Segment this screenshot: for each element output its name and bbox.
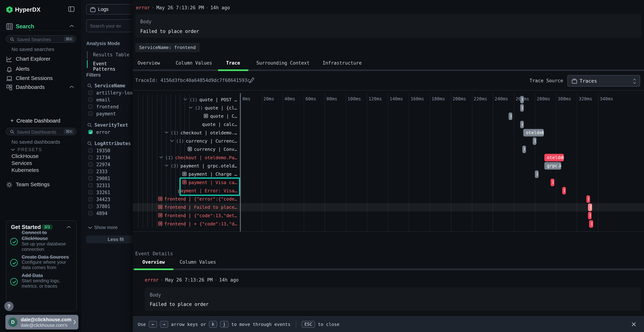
checkbox-icon[interactable] bbox=[88, 112, 93, 116]
checkbox-icon[interactable] bbox=[88, 148, 93, 152]
saved-dashboards-input[interactable]: Saved Dashboards ⌘K bbox=[6, 128, 76, 135]
span-bar[interactable] bbox=[589, 220, 593, 228]
service-name-chip[interactable]: ServiceName: frontend bbox=[135, 43, 200, 52]
filter-option-2333[interactable]: 2333 bbox=[88, 169, 132, 175]
create-dashboard-button[interactable]: + Create Dashboard bbox=[0, 117, 82, 124]
span-bar[interactable]: grpc.o bbox=[544, 162, 561, 170]
tree-row[interactable]: (1)currency | Currenc… bbox=[170, 137, 237, 145]
span-bar[interactable] bbox=[533, 138, 536, 145]
show-more-button[interactable]: Show more bbox=[88, 225, 130, 231]
close-icon[interactable] bbox=[631, 321, 637, 327]
filter-option-artillery-loa[interactable]: artillery-loa bbox=[88, 90, 132, 96]
span-bar[interactable] bbox=[550, 179, 554, 186]
presets-toggle[interactable]: PRESETS bbox=[10, 147, 78, 153]
tree-chart-divider[interactable] bbox=[240, 93, 241, 232]
event-search-input[interactable]: Search your ev bbox=[86, 19, 140, 32]
edit-pencil-icon[interactable] bbox=[249, 76, 255, 84]
chevron-down-icon[interactable] bbox=[183, 98, 188, 102]
span-bar[interactable] bbox=[520, 121, 524, 128]
sidebar-item-services[interactable]: Services bbox=[12, 160, 65, 167]
tree-row[interactable]: (1)checkout | oteldemo.… bbox=[164, 128, 237, 137]
filter-option-32311[interactable]: 32311 bbox=[88, 183, 132, 189]
tab-infrastructure[interactable]: Infrastructure bbox=[322, 60, 362, 66]
filter-option-4894[interactable]: 4894 bbox=[88, 211, 132, 217]
chevron-down-icon[interactable] bbox=[170, 139, 174, 143]
trace-source-select[interactable]: Traces bbox=[568, 75, 640, 86]
checkbox-icon[interactable] bbox=[88, 190, 93, 194]
span-bar[interactable] bbox=[520, 96, 524, 104]
tree-row[interactable]: frontend | {"error":{"code… bbox=[158, 195, 237, 203]
chevron-up-icon[interactable] bbox=[66, 226, 72, 228]
tree-row[interactable]: (3)payment | grpc.oteld… bbox=[164, 162, 237, 170]
filter-option-error[interactable]: error bbox=[88, 130, 132, 136]
span-bar[interactable] bbox=[522, 146, 526, 153]
span-bar[interactable] bbox=[562, 187, 566, 194]
filter-option-21734[interactable]: 21734 bbox=[88, 155, 132, 161]
checkbox-checked-icon[interactable] bbox=[88, 130, 93, 134]
checkbox-icon[interactable] bbox=[88, 155, 93, 160]
tree-row[interactable]: payment | Charge … bbox=[182, 170, 237, 178]
checkbox-icon[interactable] bbox=[88, 90, 93, 95]
checkbox-icon[interactable] bbox=[88, 98, 93, 102]
span-bar[interactable] bbox=[588, 204, 592, 211]
tree-row[interactable]: quote | calc… bbox=[202, 120, 237, 128]
sidebar-item-chart-explorer[interactable]: Chart Explorer bbox=[0, 55, 82, 63]
span-bar[interactable] bbox=[535, 170, 539, 178]
span-bar[interactable]: oteldem bbox=[523, 129, 544, 136]
sidebar-item-team-settings[interactable]: Team Settings bbox=[0, 180, 82, 189]
tab-surrounding-context[interactable]: Surrounding Context bbox=[256, 60, 310, 66]
sidebar-item-alerts[interactable]: Alerts bbox=[0, 65, 82, 73]
tree-row[interactable]: (1)quote | POST … bbox=[183, 96, 237, 104]
filter-option-34423[interactable]: 34423 bbox=[88, 197, 132, 203]
tab-column-values[interactable]: Column Values bbox=[180, 260, 216, 265]
filter-option-37801[interactable]: 37801 bbox=[88, 204, 132, 210]
sidebar-item-kubernetes[interactable]: Kubernetes bbox=[12, 167, 65, 174]
filter-option-email[interactable]: email bbox=[88, 97, 132, 104]
sidebar-item-dashboards[interactable]: Dashboards bbox=[0, 83, 82, 92]
span-bar[interactable] bbox=[508, 112, 512, 120]
tab-trace[interactable]: Trace bbox=[226, 60, 240, 66]
tree-row[interactable]: frontend | {"code":13,"det… bbox=[158, 212, 237, 220]
filter-option-33261[interactable]: 33261 bbox=[88, 190, 132, 196]
checkbox-icon[interactable] bbox=[88, 104, 93, 109]
analysis-mode-results-table[interactable]: Results Table bbox=[87, 52, 132, 59]
tree-row[interactable]: frontend | Failed to place… bbox=[158, 203, 237, 212]
user-menu[interactable]: D dale@clickhouse.com dale@clickhouse.co… bbox=[5, 315, 78, 330]
checkbox-icon[interactable] bbox=[88, 176, 93, 180]
checkbox-icon[interactable] bbox=[88, 169, 93, 174]
checkbox-icon[interactable] bbox=[88, 183, 93, 188]
span-bar[interactable] bbox=[520, 104, 524, 112]
analysis-mode-event-patterns[interactable]: Event Patterns bbox=[87, 60, 132, 68]
filter-option-19350[interactable]: 19350 bbox=[88, 148, 132, 154]
chevron-down-icon[interactable] bbox=[188, 106, 193, 110]
span-bar[interactable] bbox=[586, 195, 590, 203]
tree-row[interactable]: currency | Conv… bbox=[188, 145, 237, 154]
checkbox-icon[interactable] bbox=[88, 162, 93, 166]
sidebar-item-clickhouse[interactable]: ClickHouse bbox=[12, 153, 65, 160]
sidebar-collapse-icon[interactable] bbox=[68, 6, 74, 12]
filter-option-29081[interactable]: 29081 bbox=[88, 176, 132, 182]
saved-searches-input[interactable]: Saved Searches ⌘K bbox=[6, 35, 76, 43]
tab-column-values[interactable]: Column Values bbox=[176, 60, 212, 66]
checkbox-icon[interactable] bbox=[88, 211, 93, 215]
filter-option-frontend[interactable]: frontend bbox=[88, 104, 132, 110]
tree-row[interactable]: frontend | × {"code":13,"d… bbox=[158, 220, 237, 228]
help-button[interactable]: ? bbox=[4, 302, 14, 311]
chevron-down-icon[interactable] bbox=[159, 156, 164, 160]
tree-row[interactable]: (1)checkout | oteldemo.Pa… bbox=[159, 154, 237, 162]
tree-row[interactable]: quote | C… bbox=[204, 112, 237, 120]
chevron-down-icon[interactable] bbox=[164, 131, 169, 134]
checkbox-icon[interactable] bbox=[88, 197, 93, 202]
tab-overview[interactable]: Overview bbox=[138, 60, 160, 66]
sidebar-item-client-sessions[interactable]: Client Sessions bbox=[0, 74, 82, 83]
less-filters-button[interactable]: Less fil bbox=[86, 236, 133, 243]
source-select[interactable]: Logs bbox=[86, 4, 140, 14]
checkbox-icon[interactable] bbox=[88, 204, 93, 208]
sidebar-item-search[interactable]: Search bbox=[0, 23, 82, 30]
filter-option-22974[interactable]: 22974 bbox=[88, 162, 132, 168]
tab-overview[interactable]: Overview bbox=[142, 260, 165, 265]
chevron-down-icon[interactable] bbox=[164, 164, 169, 168]
span-bar[interactable] bbox=[588, 212, 592, 219]
span-bar[interactable]: oteldem bbox=[544, 154, 564, 161]
tree-row[interactable]: (2)quote | {cl… bbox=[188, 104, 237, 112]
